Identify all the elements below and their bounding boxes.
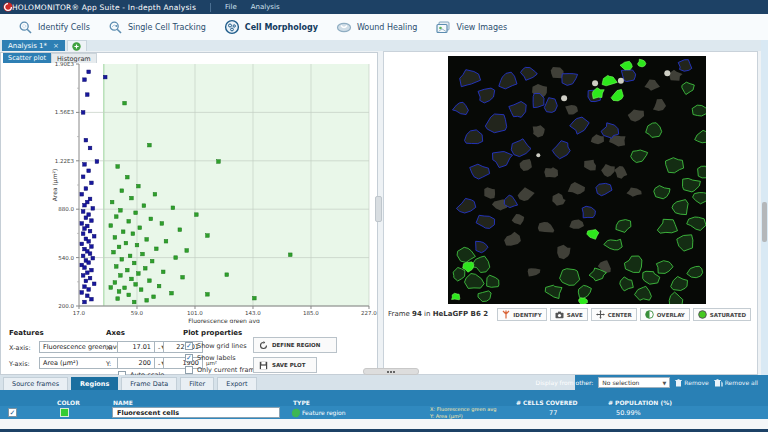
vertical-scrollbar-thumb[interactable]	[762, 202, 767, 242]
row-checkbox[interactable]: ✓	[8, 408, 17, 417]
show-grid-lines-checkbox[interactable]	[185, 342, 193, 350]
show-labels-checkbox[interactable]	[185, 354, 193, 362]
save-plot-button[interactable]: SAVE PLOT	[253, 357, 317, 373]
svg-text:1.90E3: 1.90E3	[55, 61, 75, 67]
data-point	[87, 240, 91, 244]
data-point	[138, 226, 142, 230]
overlay-button[interactable]: OVERLAY	[640, 308, 690, 321]
app-toolbar: Identify Cells Single Cell Tracking Cell…	[0, 14, 768, 41]
toolbar-identify-cells[interactable]: Identify Cells	[18, 20, 90, 35]
data-point	[135, 243, 139, 247]
tab-export[interactable]: Export	[217, 377, 256, 390]
display-controls: Display from other: No selection ▼ Remov…	[536, 377, 758, 388]
population-value: 50.99%	[616, 409, 641, 417]
toolbar-cell-morphology[interactable]: Cell Morphology	[224, 19, 318, 35]
table-empty-area	[0, 419, 768, 429]
identify-button[interactable]: IDENTIFY	[497, 308, 547, 321]
toolbar-single-cell-tracking[interactable]: Single Cell Tracking	[108, 20, 206, 35]
tab-filter[interactable]: Filter	[180, 377, 214, 390]
toolbar-label: Cell Morphology	[245, 23, 318, 32]
region-name-input[interactable]: Fluorescent cells	[112, 407, 280, 418]
data-point	[150, 259, 154, 263]
data-point	[171, 206, 175, 210]
svg-text:17.0: 17.0	[73, 310, 86, 316]
tab-frame-data[interactable]: Frame Data	[121, 377, 177, 390]
data-point	[87, 70, 91, 74]
data-point	[288, 253, 292, 257]
saturated-button[interactable]: SATURATED	[693, 308, 751, 321]
show-grid-lines-option[interactable]: Show grid lines	[185, 342, 247, 350]
data-point	[92, 282, 96, 286]
toolbar-label: View Images	[456, 23, 507, 32]
data-point	[145, 299, 149, 303]
app-title: HOLOMONITOR® App Suite - In-depth Analys…	[12, 3, 196, 12]
remove-label: Remove	[684, 379, 708, 386]
show-labels-option[interactable]: Show labels	[185, 354, 236, 362]
y-min-input[interactable]: 200	[117, 357, 155, 369]
define-region-button[interactable]: DEFINE REGION	[253, 337, 337, 353]
data-point	[130, 196, 134, 200]
add-analysis-tab[interactable]	[67, 40, 87, 51]
region-color-swatch[interactable]	[60, 408, 69, 417]
save-image-button[interactable]: SAVE	[550, 308, 588, 321]
tab-analysis-1-label: Analysis 1*	[8, 42, 47, 50]
only-current-frame-option[interactable]: Only current frame	[185, 366, 259, 374]
data-point	[87, 288, 91, 292]
cell-bright-round	[592, 80, 598, 86]
data-point	[206, 234, 210, 238]
panel-splitter-handle[interactable]	[375, 196, 382, 222]
analysis-tab-bar: Analysis 1* ×	[0, 40, 768, 51]
data-point	[141, 252, 145, 256]
scatter-plot[interactable]: 17.059.0101.0143.0185.0227.0200.0540.088…	[1, 53, 379, 323]
close-tab-icon[interactable]: ×	[53, 42, 59, 50]
x-min-input[interactable]: 17.01	[117, 341, 155, 353]
data-point	[160, 222, 164, 226]
data-point	[83, 78, 87, 82]
data-point	[112, 250, 116, 254]
microscopy-image[interactable]	[448, 56, 706, 304]
data-point	[225, 273, 229, 277]
data-point	[164, 239, 168, 243]
data-point	[95, 160, 99, 164]
table-row[interactable]: ✓ Fluorescent cells Feature region X: Fl…	[0, 406, 768, 419]
data-point	[132, 300, 136, 304]
menu-analysis[interactable]: Analysis	[251, 3, 280, 11]
overlay-icon	[645, 310, 654, 319]
toolbar-wound-healing[interactable]: Wound Healing	[336, 20, 418, 35]
data-point	[109, 286, 113, 290]
horizontal-splitter-handle[interactable]	[363, 368, 419, 375]
tab-source-frames[interactable]: Source frames	[3, 377, 68, 390]
cell-outline-green	[698, 166, 706, 178]
display-from-other-select[interactable]: No selection ▼	[598, 377, 670, 388]
data-point	[88, 229, 92, 233]
menu-file[interactable]: File	[225, 3, 237, 11]
data-point	[80, 242, 84, 246]
data-point	[206, 293, 210, 297]
cell-outline-green	[692, 105, 706, 116]
remove-button[interactable]: Remove	[675, 379, 708, 387]
data-point	[84, 279, 88, 283]
cell-saturated	[579, 298, 588, 304]
y-axis-title: Area (µm²)	[51, 169, 59, 201]
data-point	[149, 217, 153, 221]
toolbar-view-images[interactable]: View Images	[435, 20, 507, 35]
center-label: CENTER	[608, 312, 632, 318]
data-point	[83, 266, 87, 270]
data-point	[84, 138, 88, 142]
y-axis-feature-value: Area (µm²)	[43, 359, 78, 367]
header-type: TYPE	[293, 399, 310, 406]
remove-all-button[interactable]: Remove all	[714, 379, 758, 387]
data-point	[132, 261, 136, 265]
center-button[interactable]: CENTER	[591, 308, 637, 321]
only-current-frame-checkbox[interactable]	[185, 366, 193, 374]
tab-analysis-1[interactable]: Analysis 1* ×	[2, 40, 65, 51]
svg-text:1.56E3: 1.56E3	[55, 109, 75, 115]
data-point	[120, 189, 124, 193]
tab-regions[interactable]: Regions	[71, 377, 118, 390]
data-point	[181, 275, 185, 279]
trash-all-icon	[714, 379, 723, 387]
toolbar-label: Wound Healing	[357, 23, 418, 32]
data-point	[119, 209, 123, 213]
svg-text:185.0: 185.0	[303, 310, 319, 316]
region-type-detail: X: Fluorescence green avg Y: Area (µm²)	[430, 406, 496, 419]
